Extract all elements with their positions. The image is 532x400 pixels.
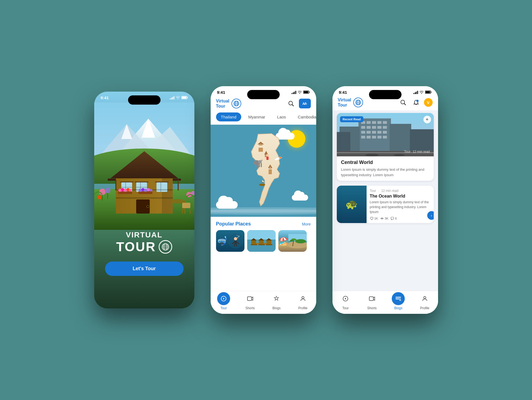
island-icon (247, 230, 276, 252)
card2-desc: Lorem Ipsum is simply dummy text of the … (370, 200, 430, 214)
translate-button[interactable]: A あ (299, 99, 311, 108)
wifi-icon-2 (298, 90, 302, 95)
svg-point-111 (295, 239, 306, 244)
brand-text-2: Virtual Tour (216, 98, 230, 109)
ocean-scene-img (337, 186, 367, 223)
svg-point-32 (121, 188, 124, 191)
dynamic-island-1 (128, 95, 161, 105)
brand-logo-3: Virtual Tour (338, 97, 363, 108)
more-link[interactable]: More (302, 222, 311, 226)
nav-tour-2[interactable]: Tour (214, 292, 233, 310)
card1-title: Central World (341, 160, 429, 165)
comment-icon (390, 217, 394, 220)
tour-label-2: Tour (221, 306, 227, 310)
svg-rect-149 (372, 136, 376, 138)
shorts-label-2: Shorts (245, 306, 255, 310)
place-underwater[interactable] (216, 230, 244, 252)
cloud-3 (292, 195, 308, 201)
places-row (216, 230, 311, 252)
nav-shorts-2[interactable]: Shorts (241, 292, 260, 310)
nav-tour-3[interactable]: Tour (336, 292, 355, 310)
lets-tour-button[interactable]: Let's Tour (105, 262, 184, 276)
svg-point-27 (147, 205, 149, 208)
blog-card-central-world[interactable]: Recent Read + Tour 12 min read Central W… (337, 113, 434, 181)
splash-tour-line: TOUR (94, 239, 194, 254)
dot-sep: · (378, 189, 379, 193)
add-button[interactable]: + (423, 116, 431, 123)
bottom-nav-3: Tour Shorts (332, 291, 438, 314)
video-icon (247, 295, 253, 302)
tab-cambodia[interactable]: Cambodia (293, 112, 316, 121)
compass-icon-3 (342, 295, 349, 302)
card2-content: Tour · 12 min read The Ocean World Lorem… (367, 186, 434, 223)
tab-thailand[interactable]: Thailand (216, 112, 241, 121)
nav-blogs-2[interactable]: Blogs (267, 292, 286, 310)
svg-point-163 (345, 298, 346, 299)
card1-readtime-overlay: 12 min read (413, 150, 430, 154)
splash-title: VIRTUAL TOUR (94, 231, 194, 254)
svg-rect-107 (264, 243, 267, 244)
svg-point-118 (302, 296, 304, 299)
tour-label-3: Tour (342, 306, 349, 310)
wifi-icon (176, 95, 180, 100)
brand-text-3: Virtual Tour (338, 97, 351, 108)
user-avatar[interactable]: V (424, 98, 433, 107)
svg-rect-148 (367, 136, 371, 138)
svg-rect-164 (369, 297, 373, 301)
tab-myanmar[interactable]: Myanmar (243, 112, 270, 121)
svg-rect-100 (259, 240, 264, 244)
place-beach[interactable] (278, 230, 307, 252)
nav-profile-3[interactable]: Profile (415, 292, 434, 310)
svg-rect-141 (383, 126, 387, 129)
phone-blog: 9:41 (332, 86, 438, 314)
svg-point-160 (381, 218, 383, 219)
user-icon (300, 295, 306, 302)
signal-icon-2 (292, 91, 296, 94)
place-island[interactable] (247, 230, 276, 252)
tour-icon-wrap (217, 292, 230, 305)
tab-laos[interactable]: Laos (272, 112, 291, 121)
brand-virtual-2: Virtual (216, 98, 230, 104)
svg-point-35 (129, 189, 132, 192)
card2-title: The Ocean World (370, 194, 430, 199)
svg-rect-151 (383, 136, 387, 138)
svg-point-94 (237, 235, 238, 236)
blog-card-ocean-world[interactable]: Tour · 12 min read The Ocean World Lorem… (337, 186, 434, 223)
notification-button[interactable] (411, 97, 421, 108)
svg-rect-102 (258, 244, 265, 245)
svg-rect-97 (251, 240, 256, 244)
user-icon-3 (422, 295, 428, 302)
svg-rect-147 (361, 136, 365, 138)
svg-point-31 (118, 189, 122, 192)
stat-comments-count: 6 (395, 217, 397, 220)
stat-views: 3K (380, 217, 388, 220)
svg-rect-143 (367, 131, 371, 134)
header-actions-2: A あ (286, 98, 311, 109)
time-3: 9:41 (339, 90, 347, 95)
splash-virtual: VIRTUAL (94, 231, 194, 239)
video-icon-3 (369, 295, 375, 302)
svg-point-52 (97, 195, 102, 199)
svg-point-93 (238, 236, 240, 237)
svg-rect-120 (431, 92, 431, 93)
search-button-3[interactable] (398, 97, 408, 108)
svg-point-90 (234, 237, 237, 240)
blog-icon-3 (395, 295, 402, 302)
svg-rect-99 (251, 244, 257, 245)
svg-rect-117 (247, 297, 252, 301)
nav-profile-2[interactable]: Profile (293, 292, 312, 310)
shorts-icon-wrap (244, 292, 257, 305)
profile-label-2: Profile (298, 306, 308, 310)
svg-rect-53 (102, 195, 103, 201)
nav-blogs-3[interactable]: Blogs (389, 292, 408, 310)
time-2: 9:41 (217, 90, 225, 95)
nav-shorts-3[interactable]: Shorts (363, 292, 381, 310)
card2-readtime: 12 min read (381, 189, 398, 193)
svg-point-159 (394, 154, 404, 156)
battery-icon-3 (425, 90, 432, 95)
eye-icon (380, 217, 384, 220)
svg-rect-2 (182, 97, 186, 99)
search-button-2[interactable] (286, 98, 296, 109)
brand-tour-3: Tour (338, 102, 351, 108)
brand-logo-2: Virtual Tour (216, 98, 241, 109)
